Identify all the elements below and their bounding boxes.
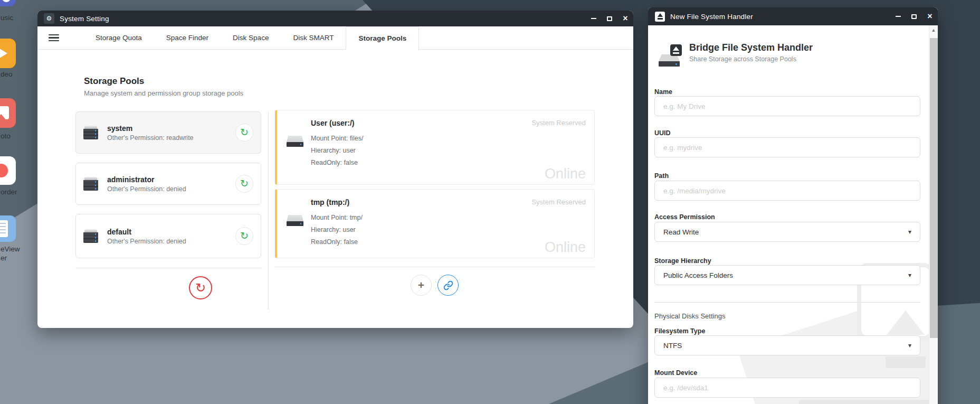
filesystem-type-label: Filesystem Type (654, 327, 705, 335)
tab-disk-smart[interactable]: Disk SMART (281, 26, 346, 49)
column-divider (268, 112, 269, 309)
pool-permission: Other's Permission: denied (107, 185, 186, 193)
mount-device-label: Mount Device (654, 369, 697, 377)
close-button[interactable]: × (617, 11, 633, 26)
hierarchy-row: Hierarchy: user (311, 145, 363, 157)
scroll-up-icon[interactable]: ▲ (929, 27, 938, 33)
minimize-button[interactable] (586, 11, 602, 26)
hierarchy-row: Hierarchy: user (311, 224, 363, 236)
mount-point-row: Mount Point: tmp/ (311, 212, 363, 224)
recorder-app-label: order (1, 188, 17, 196)
link-icon (443, 280, 453, 290)
gear-icon: ⚙ (44, 13, 54, 24)
divider (275, 267, 595, 267)
new-file-system-handler-window: New File System Handler × (648, 7, 938, 404)
desktop: usic deo oto order eView er ⚙ System Set… (0, 0, 980, 404)
pool-card-administrator[interactable]: administrator Other's Permission: denied… (75, 163, 261, 205)
window-title: System Setting (60, 15, 109, 23)
filesystem-type-select[interactable]: NTFS ▾ (654, 335, 920, 355)
recorder-app-icon[interactable] (0, 156, 16, 185)
photo-app-label: oto (1, 132, 11, 140)
system-reserved-badge: System Reserved (531, 198, 586, 206)
photo-app-icon[interactable] (0, 98, 16, 128)
fileviewer-app-icon[interactable] (0, 215, 16, 242)
mount-card-tmp[interactable]: tmp (tmp:/) System Reserved Mount Point:… (275, 189, 595, 258)
maximize-icon (911, 14, 917, 19)
divider (654, 302, 920, 303)
storage-pool-icon (83, 229, 98, 243)
access-permission-value: Read Write (663, 228, 699, 236)
handler-titlebar[interactable]: New File System Handler × (648, 7, 938, 25)
path-label: Path (654, 172, 669, 180)
close-icon: × (927, 12, 932, 21)
tab-storage-pools[interactable]: Storage Pools (346, 26, 419, 50)
system-setting-window: ⚙ System Setting × Storage Quota Space F… (37, 11, 633, 328)
storage-pool-icon (83, 177, 98, 191)
chevron-down-icon: ▾ (908, 271, 911, 279)
name-field[interactable] (654, 96, 920, 116)
fileviewer-app-label: eView (1, 245, 20, 253)
storage-hierarchy-value: Public Access Folders (663, 271, 733, 279)
refresh-pools-button[interactable]: ↻ (189, 276, 212, 299)
menu-icon[interactable] (49, 34, 59, 42)
mount-device-field[interactable] (654, 378, 920, 398)
scrollbar[interactable]: ▲ (929, 25, 938, 404)
drive-icon (287, 215, 303, 226)
uuid-field[interactable] (654, 137, 920, 157)
online-status: Online (545, 166, 586, 182)
tab-space-finder[interactable]: Space Finder (154, 26, 221, 49)
video-app-icon[interactable] (0, 39, 16, 68)
name-label: Name (654, 88, 672, 96)
chevron-down-icon: ▾ (908, 342, 911, 349)
minimize-icon (591, 18, 596, 19)
page-subtitle: Manage system and permission group stora… (84, 89, 243, 97)
pool-name: default (107, 228, 186, 236)
path-field[interactable] (654, 181, 920, 201)
link-mount-button[interactable] (437, 275, 459, 296)
add-mount-button[interactable]: + (411, 275, 432, 296)
pool-permission: Other's Permission: denied (107, 238, 186, 245)
mount-card-user[interactable]: User (user:/) System Reserved Mount Poin… (275, 110, 595, 185)
minimize-icon (896, 16, 901, 17)
filesystem-type-value: NTFS (663, 342, 682, 350)
system-reserved-badge: System Reserved (531, 119, 586, 127)
photo-glyph (0, 106, 9, 119)
handler-subheading: Share Storage across Storage Pools (689, 55, 900, 63)
maximize-button[interactable] (602, 11, 617, 26)
music-app-label: usic (1, 14, 13, 22)
divider (75, 268, 262, 268)
maximize-button[interactable] (906, 7, 922, 25)
readonly-row: ReadOnly: false (311, 236, 363, 248)
pool-name: administrator (107, 175, 186, 184)
pool-card-system[interactable]: system Other's Permission: readwrite ↻ (75, 111, 261, 154)
pool-permission: Other's Permission: readwrite (107, 134, 194, 142)
tab-bar: Storage Quota Space Finder Disk Space Di… (37, 26, 633, 50)
sync-button[interactable]: ↻ (235, 227, 253, 245)
sync-button[interactable]: ↻ (235, 175, 253, 193)
close-icon: × (623, 14, 627, 23)
tab-storage-quota[interactable]: Storage Quota (83, 26, 154, 49)
storage-hierarchy-select[interactable]: Public Access Folders ▾ (654, 265, 920, 285)
physical-disks-settings-label: Physical Disks Settings (654, 312, 725, 320)
video-app-label: deo (1, 70, 13, 78)
page-title: Storage Pools (84, 76, 243, 87)
eject-disk-icon (655, 12, 665, 22)
minimize-button[interactable] (890, 7, 906, 25)
chevron-down-icon: ▾ (908, 228, 911, 236)
pool-name: system (107, 124, 194, 133)
sync-button[interactable]: ↻ (235, 124, 253, 142)
access-permission-label: Access Permission (654, 213, 715, 221)
scrollbar-thumb[interactable] (930, 38, 938, 338)
mount-title: User (user:/) (311, 119, 354, 127)
storage-hierarchy-label: Storage Hierarchy (654, 257, 711, 265)
access-permission-select[interactable]: Read Write ▾ (654, 222, 920, 242)
readonly-row: ReadOnly: false (311, 157, 363, 169)
mount-point-row: Mount Point: files/ (311, 133, 363, 145)
close-button[interactable]: × (922, 7, 938, 25)
system-setting-titlebar[interactable]: ⚙ System Setting × (37, 11, 633, 26)
pool-card-default[interactable]: default Other's Permission: denied ↻ (75, 214, 261, 258)
uuid-label: UUID (654, 129, 671, 137)
online-status: Online (545, 239, 586, 256)
handler-heading: Bridge File System Handler (689, 42, 900, 53)
tab-disk-space[interactable]: Disk Space (221, 26, 281, 49)
